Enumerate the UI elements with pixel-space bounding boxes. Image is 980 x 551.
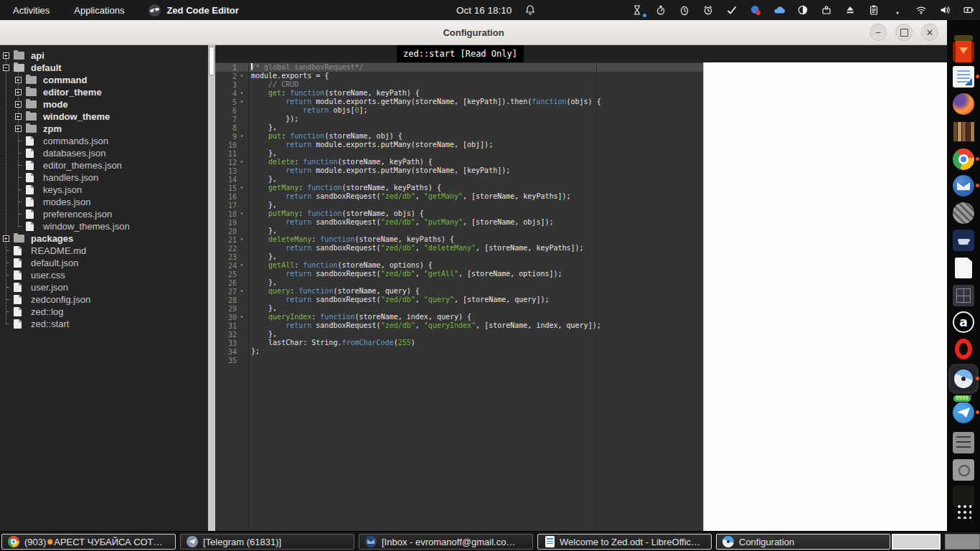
expand-toggle[interactable]: + bbox=[15, 77, 22, 83]
taskbar-button-thunderbird[interactable]: [Inbox - evromanoff@gmail.co… bbox=[359, 534, 533, 550]
expand-toggle[interactable]: + bbox=[15, 101, 22, 108]
maximize-button[interactable] bbox=[895, 24, 913, 41]
tray-notification-icon[interactable] bbox=[750, 4, 761, 16]
tree-item-zedconfig.json[interactable]: zedconfig.json bbox=[0, 293, 208, 306]
dock-item-opera[interactable] bbox=[947, 339, 980, 359]
clock[interactable]: Oct 16 18:10 bbox=[456, 5, 512, 16]
code-line[interactable]: deleteMany: function(storeName, keyPaths… bbox=[251, 235, 703, 244]
tree-item-README.md[interactable]: README.md bbox=[0, 245, 208, 257]
code-line[interactable]: return sandboxRequest("zed/db", "getAll"… bbox=[251, 270, 703, 278]
applications-button[interactable]: Applications bbox=[74, 5, 124, 16]
tray-stopwatch-icon[interactable] bbox=[655, 4, 666, 16]
expand-toggle[interactable]: + bbox=[15, 113, 22, 120]
code-line[interactable]: }, bbox=[251, 304, 703, 313]
code-line[interactable]: return module.exports.getMany(storeName,… bbox=[251, 98, 703, 106]
tray-indicator-dot-icon[interactable] bbox=[892, 4, 903, 16]
tree-item-zpm[interactable]: +zpm bbox=[0, 123, 208, 135]
tree-scrollbar[interactable] bbox=[208, 45, 215, 531]
fold-arrow-icon[interactable]: ▾ bbox=[237, 72, 247, 80]
code-line[interactable]: // CRUD bbox=[251, 80, 703, 89]
tree-item-window_theme[interactable]: +window_theme bbox=[0, 110, 208, 123]
tree-item-keys.json[interactable]: keys.json bbox=[0, 184, 208, 196]
dock-item-grayed-app[interactable] bbox=[947, 202, 980, 224]
taskbar-show-desktop[interactable] bbox=[892, 534, 941, 550]
collapse-toggle[interactable]: − bbox=[3, 65, 9, 71]
code-line[interactable]: }; bbox=[251, 347, 703, 356]
code-line[interactable] bbox=[251, 356, 703, 364]
empty-editor-pane[interactable] bbox=[703, 62, 947, 531]
code-line[interactable]: getMany: function(storeName, keyPaths) { bbox=[251, 184, 703, 192]
tree-item-editor_themes.json[interactable]: editor_themes.json bbox=[0, 159, 208, 171]
tray-timer-icon[interactable] bbox=[679, 4, 690, 16]
tree-item-mode[interactable]: +mode bbox=[0, 98, 208, 110]
tray-alarm-icon[interactable] bbox=[702, 4, 714, 16]
code-line[interactable]: }, bbox=[251, 175, 703, 184]
dock-item-cloud-app[interactable] bbox=[947, 230, 980, 251]
tray-volume-icon[interactable] bbox=[939, 4, 951, 16]
tree-item-api[interactable]: +api bbox=[0, 50, 208, 62]
fold-arrow-icon[interactable]: ▾ bbox=[237, 287, 247, 296]
code-line[interactable]: }, bbox=[251, 149, 703, 158]
tree-item-handlers.json[interactable]: handlers.json bbox=[0, 171, 208, 184]
notification-bell-icon[interactable] bbox=[524, 4, 536, 16]
fold-arrow-icon[interactable]: ▾ bbox=[237, 89, 247, 98]
tree-item-editor_theme[interactable]: +editor_theme bbox=[0, 86, 208, 98]
fold-arrow-icon[interactable]: ▾ bbox=[237, 184, 247, 192]
code-line[interactable]: return sandboxRequest("zed/db", "queryIn… bbox=[251, 321, 703, 330]
tree-item-zed::start[interactable]: zed::start bbox=[0, 318, 208, 330]
fold-arrow-icon[interactable]: ▾ bbox=[237, 235, 247, 244]
code-line[interactable]: getAll: function(storeName, options) { bbox=[251, 261, 703, 270]
minimize-button[interactable]: − bbox=[870, 24, 887, 41]
tray-battery-icon[interactable] bbox=[963, 4, 974, 16]
fold-arrow-icon[interactable]: ▾ bbox=[237, 158, 247, 166]
tree-item-user.css[interactable]: user.css bbox=[0, 269, 208, 281]
code-line[interactable]: return module.exports.putMany(storeName,… bbox=[251, 166, 703, 175]
dock-item-writer[interactable] bbox=[947, 66, 980, 88]
fold-arrow-icon[interactable]: ▾ bbox=[237, 98, 247, 106]
code-line[interactable]: return sandboxRequest("zed/db", "deleteM… bbox=[251, 244, 703, 253]
code-line[interactable]: return module.exports.putMany(storeName,… bbox=[251, 141, 703, 149]
code-line[interactable]: get: function(storeName, keyPath) { bbox=[251, 89, 703, 98]
tree-item-default.json[interactable]: default.json bbox=[0, 257, 208, 269]
taskbar-blank-slot[interactable] bbox=[945, 534, 980, 550]
dock-item-window-strip[interactable] bbox=[947, 27, 980, 41]
tree-item-zed::log[interactable]: zed::log bbox=[0, 306, 208, 318]
tree-item-user.json[interactable]: user.json bbox=[0, 281, 208, 293]
expand-toggle[interactable]: + bbox=[3, 52, 9, 59]
tree-item-packages[interactable]: +packages bbox=[0, 232, 208, 245]
focused-app-menu[interactable]: Zed Code Editor bbox=[149, 4, 238, 17]
taskbar-button-telegram[interactable]: [Telegram (61831)] bbox=[180, 534, 354, 550]
taskbar-button-chrome[interactable]: (903) ✸ АРЕСТ ЧУБАЙСА СОТ… bbox=[1, 534, 176, 550]
tray-wifi-icon[interactable] bbox=[915, 4, 927, 16]
dock-item-telegram[interactable]: 9999 bbox=[947, 402, 980, 423]
dock-item-zed[interactable] bbox=[947, 366, 980, 392]
code-line[interactable]: return objs[0]; bbox=[251, 106, 703, 115]
taskbar-button-writer[interactable]: Welcome to Zed.odt - LibreOffic… bbox=[537, 534, 712, 550]
dock-item-disk[interactable] bbox=[947, 459, 980, 481]
code-line[interactable]: lastChar: String.fromCharCode(255) bbox=[251, 339, 703, 347]
code-line[interactable]: return sandboxRequest("zed/db", "putMany… bbox=[251, 218, 703, 227]
activities-button[interactable]: Activities bbox=[13, 5, 50, 16]
tray-check-icon[interactable] bbox=[726, 4, 738, 16]
code-line[interactable]: putMany: function(storeName, objs) { bbox=[251, 209, 703, 218]
fold-arrow-icon[interactable]: ▾ bbox=[237, 261, 247, 270]
code-line[interactable]: }, bbox=[251, 201, 703, 209]
dock-item-video-downloader[interactable] bbox=[947, 41, 980, 62]
code-line[interactable]: }, bbox=[251, 123, 703, 132]
dock-item-a-app[interactable]: a bbox=[947, 311, 980, 333]
tree-item-modes.json[interactable]: modes.json bbox=[0, 196, 208, 208]
tree-item-command[interactable]: +command bbox=[0, 74, 208, 86]
tray-cloud-icon[interactable] bbox=[773, 4, 785, 16]
dock-item-show-applications[interactable] bbox=[947, 500, 980, 519]
code-line[interactable]: }, bbox=[251, 227, 703, 235]
tree-item-default[interactable]: −default bbox=[0, 62, 208, 74]
expand-toggle[interactable]: + bbox=[15, 89, 22, 95]
dock-item-firefox[interactable] bbox=[947, 93, 980, 115]
close-button[interactable]: ✕ bbox=[921, 24, 938, 41]
tray-hourglass-icon[interactable] bbox=[631, 4, 643, 16]
tree-item-commands.json[interactable]: commands.json bbox=[0, 135, 208, 147]
tree-item-databases.json[interactable]: databases.json bbox=[0, 147, 208, 159]
code-line[interactable]: }, bbox=[251, 330, 703, 339]
dock-item-calibre[interactable] bbox=[947, 121, 980, 141]
code-line[interactable]: return sandboxRequest("zed/db", "getMany… bbox=[251, 192, 703, 201]
